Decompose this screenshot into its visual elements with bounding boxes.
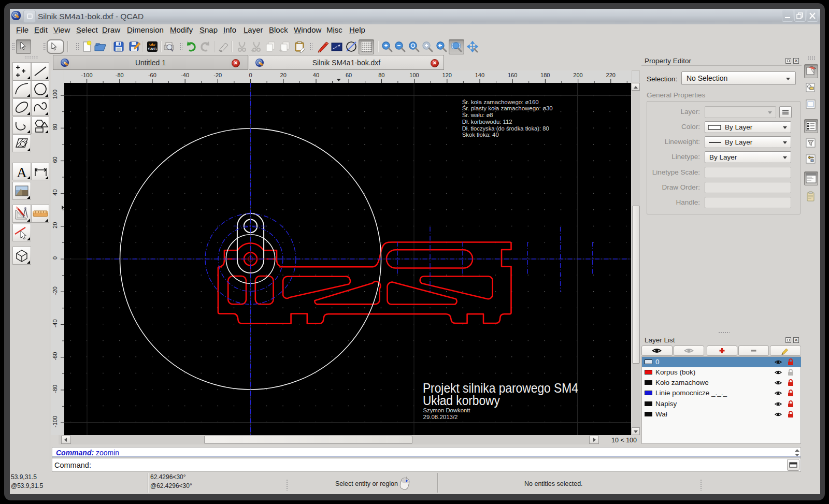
svg-text:160: 160: [508, 72, 517, 78]
svg-text:-20: -20: [52, 286, 58, 295]
svg-text:0: 0: [52, 256, 58, 260]
svg-text:Układ korbowy: Układ korbowy: [423, 393, 501, 408]
svg-text:-100: -100: [81, 72, 92, 78]
svg-text:80: 80: [378, 72, 384, 78]
svg-text:Skok tłoka: 40: Skok tłoka: 40: [462, 132, 499, 138]
svg-text:-80: -80: [52, 385, 58, 393]
svg-text:SVG: SVG: [148, 47, 157, 51]
svg-text:60: 60: [346, 72, 352, 78]
svg-text:Dł. tłoczyska (do środka tłoka: Dł. tłoczyska (do środka tłoka): 80: [462, 125, 549, 132]
svg-text:0: 0: [249, 72, 252, 78]
svg-text:200: 200: [573, 72, 582, 78]
svg-text:Dł. korbowodu: 112: Dł. korbowodu: 112: [462, 119, 512, 125]
svg-text:120: 120: [442, 72, 452, 78]
svg-text:20: 20: [52, 222, 58, 228]
svg-text:-20: -20: [213, 72, 222, 78]
svg-text:-80: -80: [116, 72, 124, 78]
svg-text:100: 100: [52, 90, 58, 99]
svg-text:40: 40: [52, 189, 58, 195]
svg-text:Śr. wału: ø8: Śr. wału: ø8: [462, 112, 493, 118]
svg-text:-40: -40: [52, 319, 58, 327]
svg-text:60: 60: [52, 156, 58, 163]
svg-text:100: 100: [409, 72, 419, 78]
svg-text:29.08.2013/2: 29.08.2013/2: [423, 414, 458, 420]
svg-text:-100: -100: [52, 416, 58, 427]
svg-text:Śr. piasty koła zamachowego: ø: Śr. piasty koła zamachowego: ø30: [462, 105, 553, 111]
svg-text:80: 80: [52, 124, 58, 130]
svg-text:40: 40: [313, 72, 319, 78]
svg-text:Szymon Dowkontt: Szymon Dowkontt: [423, 407, 471, 413]
svg-text:140: 140: [475, 72, 484, 78]
svg-text:180: 180: [540, 72, 550, 78]
svg-text:220: 220: [606, 72, 616, 78]
svg-text:-60: -60: [148, 72, 156, 78]
svg-text:-40: -40: [181, 72, 189, 78]
svg-text:-60: -60: [52, 352, 58, 361]
svg-text:Śr. koła zamachowego: ø160: Śr. koła zamachowego: ø160: [462, 99, 539, 105]
svg-text:A: A: [17, 165, 27, 180]
svg-text:20: 20: [280, 72, 287, 78]
